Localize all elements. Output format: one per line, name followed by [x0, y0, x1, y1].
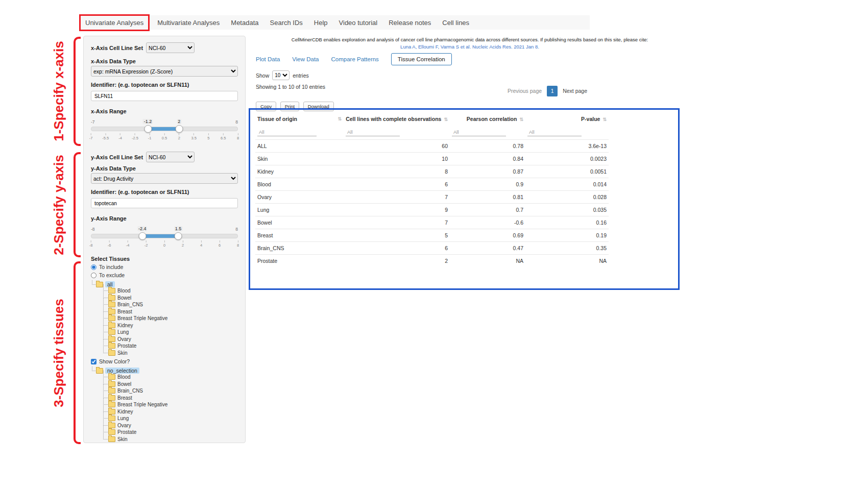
table-row[interactable]: Kidney80.870.0051	[255, 165, 609, 178]
nav-video-tutorial[interactable]: Video tutorial	[333, 19, 383, 27]
show-color-option[interactable]: Show Color?	[91, 358, 238, 364]
folder-icon	[108, 381, 115, 387]
annotation-bracket-2	[74, 152, 81, 257]
tab-compare-patterns[interactable]: Compare Patterns	[331, 56, 379, 62]
y-range-slider[interactable]: -8 8 -2.4 1.5 -8 -6 -4 -2 0 2 4 6 8	[91, 234, 238, 249]
result-tabs: Plot Data View Data Compare Patterns Tis…	[256, 53, 452, 65]
main-content: CellMinerCDB enables exploration and ana…	[253, 36, 687, 454]
x-range-slider[interactable]: -7 8 -1.2 2 -7 -5.5 -4 -2.5 -1 0.5 2 3.5…	[91, 127, 238, 141]
tissue-node-bowel[interactable]: Bowel	[102, 381, 238, 388]
tissue-node-kidney[interactable]: Kidney	[102, 322, 238, 329]
to-exclude-radio[interactable]	[91, 273, 97, 278]
folder-icon	[108, 423, 115, 428]
slider-handle-low[interactable]	[139, 232, 147, 240]
folder-icon	[108, 409, 115, 414]
tissue-node-skin[interactable]: Skin	[102, 436, 238, 443]
slider-handle-high[interactable]	[174, 232, 182, 240]
tissue-node-blood[interactable]: Blood	[102, 374, 238, 381]
table-row[interactable]: Blood60.90.014	[255, 178, 609, 191]
annotation-step3-label: 3-Specify tissues	[51, 277, 67, 430]
nav-multivariate-analyses[interactable]: Multivariate Analyses	[152, 19, 225, 27]
tab-tissue-correlation[interactable]: Tissue Correlation	[391, 53, 452, 65]
x-cell-line-set-label: x-Axis Cell Line Set	[91, 45, 143, 51]
tree-root-no-selection[interactable]: no_selection	[91, 368, 238, 374]
prev-page-button[interactable]: Previous page	[508, 88, 542, 94]
tissue-node-kidney[interactable]: Kidney	[102, 408, 238, 416]
tissue-node-ovary[interactable]: Ovary	[102, 336, 238, 343]
y-data-type-select[interactable]: act: Drug Activity	[91, 173, 238, 184]
x-data-type-select[interactable]: exp: mRNA Expression (Z-Score)	[91, 66, 238, 77]
tissue-node-prostate[interactable]: Prostate	[102, 429, 238, 436]
to-include-radio[interactable]	[91, 264, 97, 270]
folder-icon	[96, 282, 103, 287]
tab-plot-data[interactable]: Plot Data	[256, 56, 280, 62]
col-header-cell-lines[interactable]: Cell lines with complete observations⇅	[344, 113, 450, 125]
table-row[interactable]: Breast50.690.19	[255, 229, 609, 242]
tissue-node-breast-triple-negative[interactable]: Breast Triple Negative	[102, 315, 238, 322]
nav-univariate-analyses[interactable]: Univariate Analyses	[79, 14, 150, 31]
nav-metadata[interactable]: Metadata	[225, 19, 264, 27]
radio-to-include[interactable]: To include	[91, 264, 238, 270]
sort-icon[interactable]: ⇅	[444, 117, 448, 122]
y-cell-line-set-select[interactable]: NCI-60	[146, 152, 195, 162]
tissue-node-breast-triple-negative[interactable]: Breast Triple Negative	[102, 401, 238, 408]
entries-per-page-select[interactable]: 10	[272, 70, 290, 80]
tissue-node-bowel[interactable]: Bowel	[102, 295, 238, 302]
col-header-p-value[interactable]: P-value⇅	[525, 113, 609, 125]
nav-search-ids[interactable]: Search IDs	[264, 19, 308, 27]
tissue-node-breast[interactable]: Breast	[102, 308, 238, 315]
table-highlight-box: Tissue of origin⇅ Cell lines with comple…	[249, 108, 680, 290]
slider-track[interactable]	[91, 127, 238, 131]
table-row[interactable]: Prostate2NANA	[255, 255, 609, 267]
table-row[interactable]: Skin100.840.0023	[255, 153, 609, 165]
sort-icon[interactable]: ⇅	[519, 117, 523, 122]
nav-help[interactable]: Help	[308, 19, 333, 27]
tissue-tree-color: no_selection Blood Bowel Brain_CNS Breas…	[91, 368, 238, 443]
x-cell-line-set-select[interactable]: NCI-60	[146, 42, 195, 53]
table-row[interactable]: Ovary70.810.028	[255, 191, 609, 204]
tree-root-label: no_selection	[105, 368, 139, 374]
tree-root-all[interactable]: all	[91, 281, 238, 287]
col-header-tissue-of-origin[interactable]: Tissue of origin⇅	[255, 113, 344, 125]
show-color-checkbox[interactable]	[91, 359, 97, 364]
x-identifier-input[interactable]	[91, 91, 238, 101]
filter-pearson-input[interactable]	[452, 128, 506, 136]
table-row[interactable]: ALL600.783.6e-13	[255, 140, 609, 153]
slider-scale: -8 -6 -4 -2 0 2 4 6 8	[91, 240, 238, 249]
tissue-node-blood[interactable]: Blood	[102, 287, 238, 295]
tab-view-data[interactable]: View Data	[292, 56, 319, 62]
sort-icon[interactable]: ⇅	[602, 117, 607, 122]
y-identifier-input[interactable]	[91, 198, 238, 208]
sort-icon[interactable]: ⇅	[337, 116, 342, 121]
nav-release-notes[interactable]: Release notes	[383, 19, 437, 27]
annotation-bracket-1	[74, 37, 81, 146]
col-header-pearson-correlation[interactable]: Pearson correlation⇅	[450, 113, 525, 125]
citation-link[interactable]: Luna A, Elloumi F, Varma S et al. Nuclei…	[253, 44, 687, 50]
table-row[interactable]: Bowel7-0.60.16	[255, 216, 609, 229]
tissue-node-brain-cns[interactable]: Brain_CNS	[102, 301, 238, 308]
folder-icon	[108, 336, 115, 342]
slider-handle-high[interactable]	[175, 125, 183, 133]
table-row[interactable]: Lung90.70.035	[255, 204, 609, 216]
tissue-node-breast[interactable]: Breast	[102, 395, 238, 402]
y-range-label: y-Axis Range	[91, 215, 238, 222]
next-page-button[interactable]: Next page	[563, 88, 587, 94]
slider-track[interactable]	[91, 234, 238, 238]
filter-cell-lines-input[interactable]	[346, 128, 400, 136]
filter-p-value-input[interactable]	[527, 128, 582, 136]
folder-icon	[108, 436, 115, 442]
filter-tissue-input[interactable]	[257, 128, 317, 136]
show-entries-control: Show 10 entries	[256, 70, 309, 80]
current-page-button[interactable]: 1	[547, 86, 558, 96]
tissue-node-ovary[interactable]: Ovary	[102, 422, 238, 429]
tissue-node-lung[interactable]: Lung	[102, 415, 238, 422]
nav-cell-lines[interactable]: Cell lines	[437, 19, 475, 27]
tissue-node-prostate[interactable]: Prostate	[102, 343, 238, 350]
table-row[interactable]: Brain_CNS60.470.35	[255, 242, 609, 255]
tissue-node-skin[interactable]: Skin	[102, 350, 238, 357]
folder-icon	[108, 302, 115, 307]
slider-handle-low[interactable]	[144, 125, 152, 133]
radio-to-exclude[interactable]: To exclude	[91, 272, 238, 278]
tissue-node-lung[interactable]: Lung	[102, 329, 238, 336]
tissue-node-brain-cns[interactable]: Brain_CNS	[102, 387, 238, 395]
